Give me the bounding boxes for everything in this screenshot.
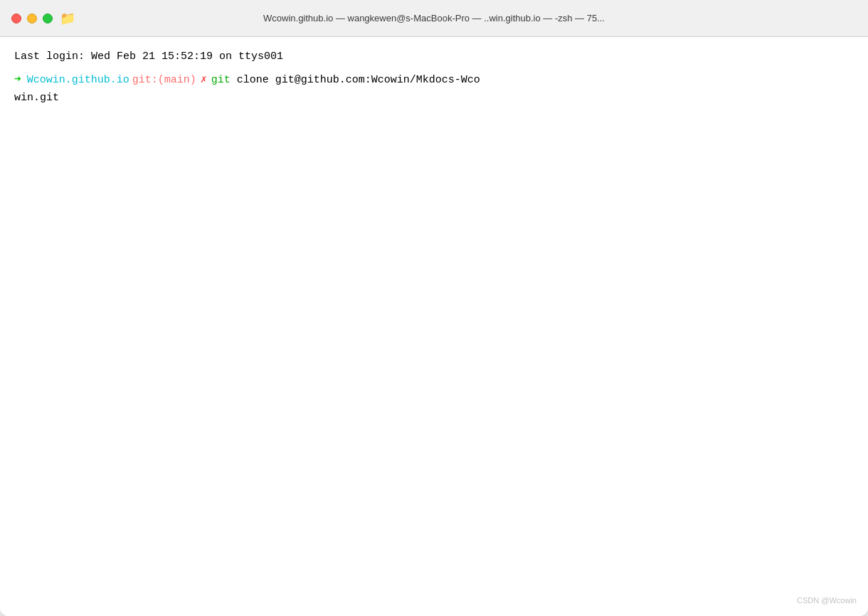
- cross-symbol: ✗: [201, 72, 207, 89]
- titlebar: 📁 Wcowin.github.io — wangkewen@s-MacBook…: [0, 0, 868, 37]
- git-command: git: [211, 72, 231, 89]
- git-branch-open: (: [158, 74, 164, 86]
- prompt-arrow: ➜: [14, 71, 21, 90]
- git-branch-name: main: [164, 74, 190, 86]
- terminal-window: 📁 Wcowin.github.io — wangkewen@s-MacBook…: [0, 0, 868, 616]
- traffic-lights: [11, 14, 53, 23]
- last-login-line: Last login: Wed Feb 21 15:52:19 on ttys0…: [14, 48, 854, 65]
- continuation-line: win.git: [14, 90, 854, 107]
- git-branch-label: git:(main): [132, 72, 196, 89]
- minimize-button[interactable]: [27, 14, 37, 23]
- git-label: git:: [132, 74, 158, 86]
- titlebar-title: Wcowin.github.io — wangkewen@s-MacBook-P…: [263, 13, 605, 23]
- folder-icon: 📁: [60, 11, 75, 26]
- watermark: CSDN @Wcowin: [797, 595, 857, 607]
- close-button[interactable]: [11, 14, 21, 23]
- prompt-line: ➜ Wcowin.github.io git:(main) ✗ git clon…: [14, 71, 854, 90]
- git-branch-close: ): [190, 74, 196, 86]
- terminal-body[interactable]: Last login: Wed Feb 21 15:52:19 on ttys0…: [0, 37, 868, 616]
- command-args: clone git@github.com:Wcowin/Mkdocs-Wco: [231, 72, 480, 89]
- maximize-button[interactable]: [43, 14, 53, 23]
- prompt-cwd: Wcowin.github.io: [27, 72, 129, 89]
